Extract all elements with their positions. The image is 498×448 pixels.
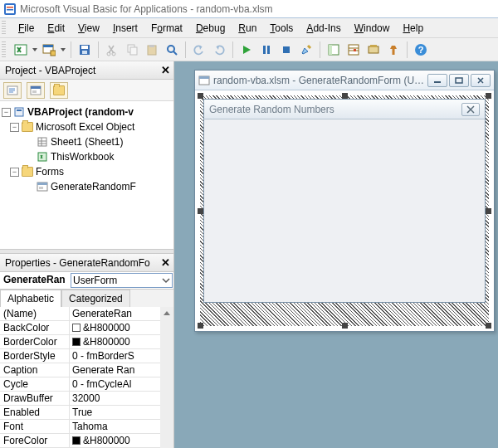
property-name: Cycle [0,377,70,391]
menu-help[interactable]: Help [396,21,430,36]
properties-object-dropdown[interactable]: UserForm [71,273,173,288]
collapse-icon[interactable]: − [2,108,11,117]
tree-forms[interactable]: − Forms [2,164,172,179]
property-value[interactable]: Generate Ran [70,363,160,377]
reset-button[interactable] [277,41,295,59]
menu-debug[interactable]: Debug [189,21,232,36]
help-button[interactable]: ? [412,41,430,59]
menu-file[interactable]: File [12,21,41,36]
property-row[interactable]: (Name)GenerateRan [0,307,160,321]
menu-window[interactable]: Window [348,21,397,36]
tree-project-root[interactable]: − VBAProject (random-v [2,105,172,119]
minimize-button[interactable] [427,74,447,87]
design-mode-button[interactable] [297,41,315,59]
property-row[interactable]: BackColor&H800000 [0,321,160,335]
tree-generaterandomform[interactable]: GenerateRandomF [2,179,172,194]
property-value[interactable]: Tahoma [70,420,160,433]
close-button[interactable] [471,74,491,87]
view-code-button[interactable] [3,82,22,99]
tree-thisworkbook[interactable]: ThisWorkbook [2,149,172,164]
form-designer-window[interactable]: random-vba.xlsm - GenerateRandomForm (Us… [194,70,495,332]
resize-handle-bl[interactable] [198,323,203,329]
menu-format[interactable]: Format [144,21,189,36]
property-row[interactable]: ForeColor&H800000 [0,434,160,448]
object-browser-button[interactable] [364,41,383,59]
property-row[interactable]: FontTahoma [0,420,160,434]
resize-handle-tl[interactable] [198,93,203,99]
resize-handle-t[interactable] [342,93,348,99]
tab-categorized[interactable]: Categorized [61,290,130,307]
properties-scrollbar[interactable] [160,307,173,448]
form-designer-surface[interactable]: Generate Random Numbers [195,90,494,331]
tree-excel-objects[interactable]: − Microsoft Excel Object [2,119,172,134]
svg-rect-39 [15,108,23,116]
properties-grid[interactable]: (Name)GenerateRanBackColor&H800000Border… [0,307,160,448]
toggle-folders-button[interactable] [50,82,68,99]
menu-insert[interactable]: Insert [106,21,144,36]
menu-edit[interactable]: Edit [41,21,71,36]
resize-handle-r[interactable] [486,208,491,214]
tree-sheet1[interactable]: Sheet1 (Sheet1) [2,134,172,149]
resize-handle-b[interactable] [342,323,348,329]
properties-panel-close-button[interactable]: ✕ [159,256,172,270]
find-button[interactable] [163,41,181,59]
copy-button[interactable] [123,41,141,59]
property-value[interactable]: &H800000 [70,434,160,447]
view-excel-button[interactable] [12,41,30,59]
property-row[interactable]: Cycle0 - fmCycleAl [0,377,160,392]
view-object-button[interactable] [27,82,45,99]
properties-panel-title-text: Properties - GenerateRandomFo [5,257,150,269]
undo-button[interactable] [190,41,208,59]
property-row[interactable]: CaptionGenerate Ran [0,363,160,377]
property-row[interactable]: DrawBuffer32000 [0,392,160,406]
svg-rect-29 [370,45,377,47]
form-window-titlebar[interactable]: random-vba.xlsm - GenerateRandomForm (Us… [195,71,494,90]
project-explorer-button[interactable] [325,41,343,59]
properties-tabs: Alphabetic Categorized [0,290,173,307]
toolbox-button[interactable] [384,41,403,59]
run-button[interactable] [237,41,256,59]
collapse-icon[interactable]: − [10,123,19,132]
save-button[interactable] [76,41,94,59]
properties-panel-title: Properties - GenerateRandomFo ✕ [0,254,173,272]
resize-handle-tr[interactable] [486,93,491,99]
menu-view[interactable]: View [71,21,106,36]
property-row[interactable]: BorderStyle0 - fmBorderS [0,349,160,363]
svg-rect-38 [32,90,37,93]
maximize-button[interactable] [449,74,469,87]
properties-window-button[interactable] [344,41,363,59]
property-value[interactable]: 32000 [70,392,160,405]
svg-rect-20 [267,46,270,54]
property-value[interactable]: True [70,406,160,419]
property-value[interactable]: GenerateRan [70,307,160,320]
mdi-client-area: random-vba.xlsm - GenerateRandomForm (Us… [174,61,498,448]
property-row[interactable]: EnabledTrue [0,406,160,420]
property-value[interactable]: 0 - fmCycleAl [70,377,160,391]
excel-dropdown[interactable] [31,46,39,53]
collapse-icon[interactable]: − [10,168,19,177]
menu-addins[interactable]: Add-Ins [300,21,347,36]
project-tree[interactable]: − VBAProject (random-v − Microsoft Excel… [0,101,173,249]
property-value[interactable]: &H800000 [70,321,160,334]
tree-thisworkbook-label: ThisWorkbook [51,151,114,163]
svg-rect-21 [283,46,290,53]
property-row[interactable]: BorderColor&H800000 [0,335,160,349]
resize-handle-br[interactable] [486,323,491,329]
property-value[interactable]: &H800000 [70,335,160,348]
redo-button[interactable] [210,41,228,59]
paste-button[interactable] [143,41,161,59]
svg-rect-50 [199,76,209,79]
insert-dropdown[interactable] [59,46,67,53]
project-panel-close-button[interactable]: ✕ [159,64,172,77]
tree-excel-objects-label: Microsoft Excel Object [36,121,134,133]
property-value[interactable]: 0 - fmBorderS [70,349,160,363]
insert-userform-button[interactable] [40,41,58,59]
resize-handle-l[interactable] [198,208,203,214]
cut-button[interactable] [103,41,121,59]
property-name: Font [0,420,70,433]
svg-rect-48 [39,187,43,189]
break-button[interactable] [257,41,276,59]
tab-alphabetic[interactable]: Alphabetic [0,290,61,307]
menu-tools[interactable]: Tools [263,21,300,36]
menu-run[interactable]: Run [232,21,263,36]
